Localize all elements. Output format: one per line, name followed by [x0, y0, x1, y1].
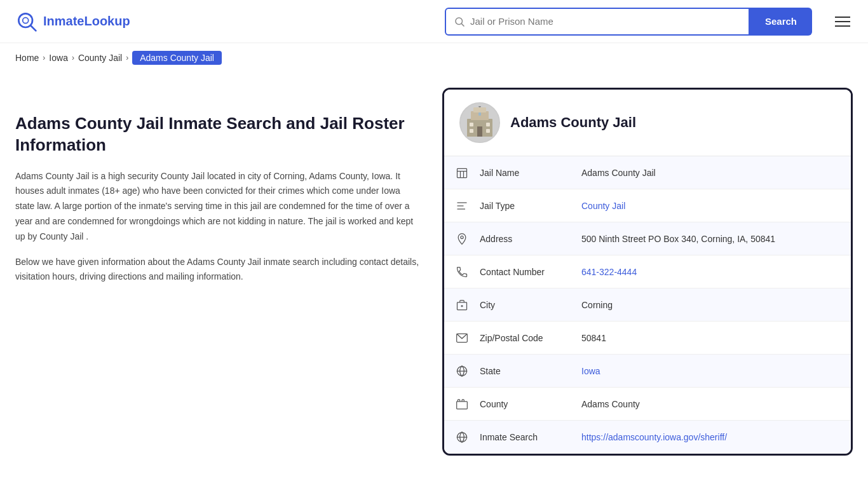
svg-rect-11 — [470, 129, 473, 133]
left-panel: Adams County Jail Inmate Search and Jail… — [15, 88, 422, 456]
info-value: 50841 — [581, 333, 851, 343]
table-row: CountyAdams County — [444, 388, 851, 421]
search-wrapper — [445, 8, 750, 36]
svg-rect-8 — [477, 126, 482, 137]
search-area: Search — [445, 8, 812, 36]
table-row: Inmate Searchhttps://adamscounty.iowa.go… — [444, 421, 851, 454]
svg-rect-16 — [458, 168, 467, 177]
search-icon — [454, 16, 465, 27]
breadcrumb-county-jail[interactable]: County Jail — [78, 53, 122, 63]
hamburger-menu-button[interactable] — [832, 14, 853, 29]
search-button[interactable]: Search — [750, 8, 812, 36]
info-label: Address — [480, 234, 581, 244]
svg-point-23 — [461, 236, 463, 238]
page-description-2: Below we have given information about th… — [15, 255, 422, 285]
svg-point-15 — [478, 106, 481, 107]
breadcrumb-active: Adams County Jail — [132, 51, 222, 65]
card-title: Adams County Jail — [510, 114, 636, 131]
info-value[interactable]: County Jail — [581, 201, 851, 211]
svg-rect-10 — [486, 123, 490, 126]
county-icon — [444, 398, 480, 410]
info-card: Adams County Jail Jail NameAdams County … — [442, 88, 853, 456]
svg-point-2 — [23, 17, 29, 23]
logo-text: InmateLookup — [43, 14, 130, 29]
table-row: CityCorning — [444, 288, 851, 322]
table-row: Jail TypeCounty Jail — [444, 189, 851, 222]
hamburger-line-1 — [835, 17, 850, 18]
logo: InmateLookup — [15, 10, 130, 33]
jail-icon — [444, 166, 480, 179]
card-header: Adams County Jail — [444, 90, 851, 156]
logo-icon — [15, 10, 38, 33]
info-value[interactable]: https://adamscounty.iowa.gov/sheriff/ — [581, 432, 851, 442]
svg-point-3 — [456, 18, 463, 25]
info-value: 500 Ninth Street PO Box 340, Corning, IA… — [581, 234, 851, 244]
info-value[interactable]: 641-322-4444 — [581, 267, 851, 277]
table-row: Address500 Ninth Street PO Box 340, Corn… — [444, 222, 851, 255]
info-label: Inmate Search — [480, 432, 581, 442]
chevron-icon-3: › — [126, 53, 128, 62]
info-label: Contact Number — [480, 267, 581, 277]
info-label: County — [480, 399, 581, 409]
page-title: Adams County Jail Inmate Search and Jail… — [15, 113, 422, 156]
info-value[interactable]: Iowa — [581, 366, 851, 376]
hamburger-line-2 — [835, 21, 850, 22]
hamburger-line-3 — [835, 25, 850, 27]
state-icon — [444, 365, 480, 377]
svg-rect-9 — [470, 123, 473, 126]
phone-icon — [444, 266, 480, 278]
zip-icon — [444, 332, 480, 344]
main-content: Adams County Jail Inmate Search and Jail… — [0, 72, 868, 481]
info-rows-container: Jail NameAdams County JailJail TypeCount… — [444, 156, 851, 454]
web-icon — [444, 431, 480, 444]
building-icon — [463, 106, 496, 139]
svg-line-1 — [31, 25, 36, 30]
breadcrumb-home[interactable]: Home — [15, 53, 39, 63]
type-icon — [444, 200, 480, 212]
svg-rect-29 — [457, 401, 468, 409]
chevron-icon-2: › — [72, 53, 74, 62]
page-description-1: Adams County Jail is a high security Cou… — [15, 169, 422, 245]
info-label: Jail Name — [480, 168, 581, 178]
city-icon — [444, 299, 480, 311]
info-label: Zip/Postal Code — [480, 333, 581, 343]
avatar — [459, 102, 500, 143]
search-input[interactable] — [470, 16, 741, 27]
chevron-icon-1: › — [43, 53, 45, 62]
breadcrumb-iowa[interactable]: Iowa — [49, 53, 68, 63]
svg-rect-13 — [478, 112, 481, 116]
table-row: Zip/Postal Code50841 — [444, 322, 851, 355]
info-value: Adams County Jail — [581, 168, 851, 178]
info-value: Adams County — [581, 399, 851, 409]
address-icon — [444, 233, 480, 245]
info-value: Corning — [581, 300, 851, 310]
info-label: State — [480, 366, 581, 376]
table-row: StateIowa — [444, 355, 851, 388]
svg-rect-7 — [473, 107, 486, 112]
info-label: City — [480, 300, 581, 310]
table-row: Jail NameAdams County Jail — [444, 156, 851, 189]
info-label: Jail Type — [480, 201, 581, 211]
svg-rect-12 — [486, 129, 490, 133]
header: InmateLookup Search — [0, 0, 868, 43]
table-row: Contact Number641-322-4444 — [444, 255, 851, 288]
breadcrumb: Home › Iowa › County Jail › Adams County… — [0, 43, 868, 72]
svg-line-4 — [461, 24, 464, 26]
